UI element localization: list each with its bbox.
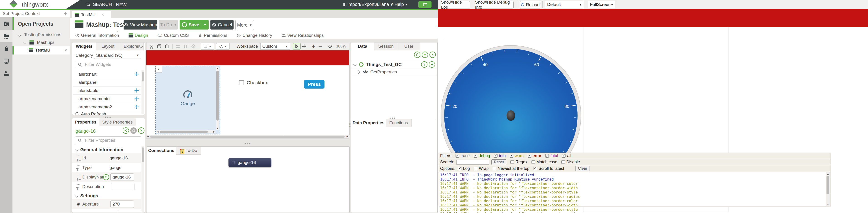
- log-option[interactable]: Scroll to latest: [533, 166, 564, 171]
- new-menu[interactable]: + NEW: [112, 2, 126, 8]
- filter-checkbox[interactable]: [528, 154, 531, 158]
- filter-checkbox[interactable]: [562, 154, 565, 158]
- localization-menu-button[interactable]: ᵃA▼: [216, 43, 230, 50]
- filter-checkbox[interactable]: [474, 154, 477, 158]
- reset-button[interactable]: Reset: [491, 159, 506, 165]
- tab-permissions[interactable]: Permissions: [198, 33, 227, 38]
- widget-list-item[interactable]: alertchart: [72, 70, 141, 78]
- log-option[interactable]: Newest at the top: [493, 166, 529, 171]
- log-filter[interactable]: all: [562, 154, 571, 158]
- option-checkbox[interactable]: [474, 167, 477, 170]
- checkbox-box[interactable]: [239, 80, 244, 85]
- clear-button[interactable]: Clear: [576, 166, 590, 171]
- category-select[interactable]: Standard (91)▼: [94, 52, 141, 59]
- tab-connections[interactable]: Connections: [147, 147, 176, 154]
- sidebar-item-user-admin[interactable]: [0, 67, 12, 80]
- chevron-down-icon[interactable]: [18, 33, 22, 37]
- description-input[interactable]: [111, 183, 134, 190]
- log-option[interactable]: Log: [458, 166, 470, 171]
- widget-vscrollbar[interactable]: ▲ ▼: [216, 67, 219, 130]
- tab-style-properties[interactable]: Style Properties: [99, 118, 136, 126]
- widget-menu-handle[interactable]: ▼: [156, 66, 162, 73]
- container-menu-button[interactable]: ▼: [201, 43, 214, 50]
- log-filter[interactable]: info: [494, 154, 506, 158]
- sidebar-item-permissions[interactable]: [0, 42, 12, 55]
- tree-item-mashup-selected[interactable]: TestMU ×: [12, 46, 70, 54]
- widget-list-item[interactable]: alertstable: [72, 86, 141, 95]
- copy-icon[interactable]: [157, 44, 161, 49]
- zoom-out-icon[interactable]: −: [318, 43, 322, 50]
- log-filter[interactable]: debug: [474, 154, 490, 158]
- next-property-input[interactable]: [118, 210, 141, 213]
- fit-view-icon[interactable]: [328, 44, 333, 49]
- drag-handle-icon[interactable]: [134, 105, 139, 109]
- canvas-banner-container[interactable]: [146, 50, 349, 65]
- log-filter[interactable]: error: [528, 154, 541, 158]
- gear-icon[interactable]: [130, 127, 137, 134]
- cancel-button[interactable]: Cancel: [210, 20, 234, 29]
- filter-checkbox[interactable]: [456, 154, 459, 158]
- refresh-data-icon[interactable]: [414, 52, 421, 58]
- help-menu[interactable]: ? Help ▼: [391, 2, 408, 7]
- canvas[interactable]: ▼ Gauge ▲ ▼ ◀ ▶ Checkbox Press: [146, 65, 350, 135]
- widget-hscrollbar[interactable]: ◀ ▶: [156, 130, 215, 133]
- aperture-input[interactable]: [111, 201, 134, 208]
- zoom-in-icon[interactable]: +: [312, 43, 315, 50]
- data-entity-row[interactable]: Things_Test_GC i +: [351, 60, 437, 69]
- drag-handle-icon[interactable]: [134, 97, 139, 101]
- close-icon[interactable]: ×: [101, 12, 104, 17]
- tab-data-properties[interactable]: Data Properties: [351, 119, 386, 127]
- option-checkbox[interactable]: [510, 160, 514, 164]
- tab-custom-css[interactable]: {..}Custom CSS: [158, 33, 189, 38]
- screen-size-select[interactable]: FullScreen▼: [588, 1, 615, 8]
- save-button[interactable]: Save ▼: [180, 20, 209, 29]
- drag-handle-icon[interactable]: [134, 88, 139, 92]
- sidebar-item-visualization[interactable]: [0, 55, 12, 67]
- tree-item-project[interactable]: TestingPermissions: [19, 32, 61, 37]
- remove-data-icon[interactable]: ×: [430, 52, 436, 58]
- cut-icon[interactable]: [149, 44, 154, 49]
- tab-widgets[interactable]: Widgets: [72, 43, 96, 50]
- tab-session[interactable]: Session: [374, 43, 398, 50]
- log-option[interactable]: Wrap: [474, 166, 489, 171]
- set-project-context-bar[interactable]: Set Project Context +: [0, 10, 70, 18]
- show-hide-debug-button[interactable]: Show/Hide Debug Info: [475, 1, 514, 8]
- widget-list-scrollbar[interactable]: [142, 70, 144, 114]
- widget-list-item[interactable]: armazenamento: [72, 95, 141, 103]
- filter-widgets-input[interactable]: [75, 61, 141, 68]
- select-tool-button[interactable]: [293, 43, 301, 50]
- canvas-hscrollbar[interactable]: ◀ ▶: [146, 135, 349, 138]
- filter-checkbox[interactable]: [510, 154, 513, 158]
- style-theme-select[interactable]: Default▼: [545, 1, 584, 8]
- tab-change-history[interactable]: Change History: [237, 33, 272, 38]
- tab-layout[interactable]: Layout: [96, 43, 120, 50]
- log-filter[interactable]: fatal: [545, 154, 558, 158]
- launch-button[interactable]: [418, 1, 432, 8]
- show-hide-log-button[interactable]: Show/Hide Log: [441, 1, 470, 8]
- tab-view-relationships[interactable]: View Relationships: [282, 33, 323, 38]
- log-scrollbar[interactable]: ▲ ▼: [826, 172, 830, 206]
- log-filter[interactable]: trace: [456, 154, 470, 158]
- section-general-information[interactable]: General Information: [72, 146, 144, 153]
- option-checkbox[interactable]: [493, 167, 496, 170]
- info-icon[interactable]: i: [421, 61, 427, 68]
- tab-functions[interactable]: Functions: [386, 119, 411, 127]
- search-option[interactable]: Disable: [561, 160, 580, 164]
- tab-properties[interactable]: Properties: [72, 118, 99, 126]
- search-option[interactable]: Match case: [531, 160, 557, 164]
- sidebar-item-browse[interactable]: [0, 17, 12, 30]
- chevron-down-icon[interactable]: [23, 41, 27, 45]
- drag-handle-icon[interactable]: [134, 72, 139, 76]
- bind-icon[interactable]: [123, 127, 129, 134]
- document-tab[interactable]: TestMU ×: [72, 11, 111, 18]
- connection-node-gauge[interactable]: gauge-16: [228, 158, 272, 167]
- option-checkbox[interactable]: [531, 160, 535, 164]
- option-checkbox[interactable]: [533, 167, 537, 170]
- import-export-menu[interactable]: Import/Export ▼: [342, 2, 379, 7]
- displayname-input[interactable]: [111, 174, 134, 181]
- pan-tool-button[interactable]: [301, 43, 308, 49]
- log-output[interactable]: 16:17:41 INFO - In-page logger initializ…: [439, 172, 830, 206]
- search-option[interactable]: Regex: [510, 160, 527, 164]
- checkbox-widget-design[interactable]: Checkbox: [239, 80, 268, 85]
- properties-scrollbar[interactable]: [142, 146, 144, 212]
